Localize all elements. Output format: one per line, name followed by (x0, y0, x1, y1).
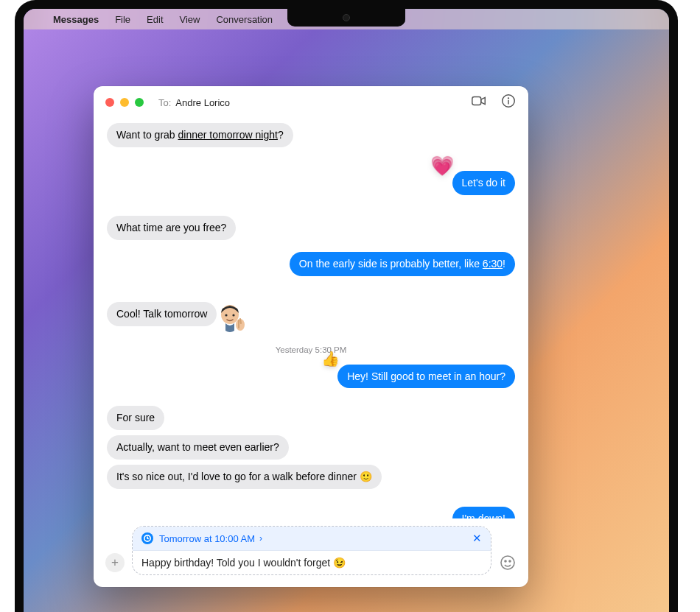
heart-tapback-icon[interactable]: 💗 (430, 155, 454, 177)
svg-point-2 (508, 98, 509, 99)
tapback-wrapper: 💗 Let's do it (452, 171, 516, 195)
minimize-button[interactable] (120, 98, 129, 107)
message-bubble[interactable]: Hey! Still good to meet in an hour? (337, 365, 515, 389)
to-recipient: Andre Lorico (175, 97, 230, 108)
to-field[interactable]: To: Andre Lorico (158, 97, 230, 108)
svg-point-10 (509, 560, 511, 562)
message-bubble[interactable]: It's so nice out, I'd love to go for a w… (107, 465, 382, 489)
info-icon[interactable] (500, 93, 517, 112)
close-button[interactable] (105, 98, 114, 107)
menu-edit[interactable]: Edit (147, 14, 163, 25)
facetime-icon[interactable] (471, 93, 487, 112)
message-bubble[interactable]: Let's do it (452, 171, 516, 195)
app-menu[interactable]: Messages (53, 14, 99, 25)
emoji-picker-icon[interactable] (499, 554, 517, 571)
timestamp: Yesterday 5:30 PM (107, 345, 515, 354)
traffic-lights (105, 98, 144, 107)
clock-icon (141, 532, 153, 544)
menu-conversation[interactable]: Conversation (216, 14, 273, 25)
laptop-frame: Messages File Edit View Conversation For… (15, 0, 678, 612)
svg-point-4 (225, 314, 228, 316)
compose-area: + Tomorrow at 10:00 AM › ✕ Happy birthda… (94, 518, 528, 587)
svg-point-9 (505, 560, 506, 562)
apps-button[interactable]: + (105, 553, 125, 572)
message-bubble[interactable]: Cool! Talk tomorrow (107, 302, 217, 326)
send-later-time: Tomorrow at 10:00 AM (159, 533, 255, 544)
memoji-sticker-icon[interactable] (214, 301, 249, 337)
message-input[interactable]: Happy birthday! Told you I wouldn't forg… (133, 551, 491, 574)
window-titlebar: To: Andre Lorico (94, 86, 528, 119)
messages-window: To: Andre Lorico Want to grab dinner tom… (94, 86, 528, 587)
chevron-right-icon: › (259, 533, 262, 544)
message-bubble[interactable]: For sure (107, 406, 164, 430)
compose-box: Tomorrow at 10:00 AM › ✕ Happy birthday!… (132, 526, 491, 575)
display-notch (287, 9, 405, 27)
message-bubble[interactable]: On the early side is probably better, li… (290, 252, 515, 276)
svg-point-5 (233, 314, 235, 316)
menu-file[interactable]: File (115, 14, 130, 25)
message-bubble[interactable]: I'm down! (452, 507, 515, 518)
zoom-button[interactable] (135, 98, 144, 107)
message-bubble[interactable]: Want to grab dinner tomorrow night? (107, 123, 293, 147)
message-bubble[interactable]: What time are you free? (107, 216, 236, 240)
tapback-wrapper: 👍 Hey! Still good to meet in an hour? (337, 365, 515, 389)
thumbsup-tapback-icon[interactable]: 👍 (321, 350, 340, 367)
message-bubble[interactable]: Actually, want to meet even earlier? (107, 435, 289, 460)
cancel-send-later-icon[interactable]: ✕ (472, 532, 482, 545)
svg-rect-0 (472, 97, 481, 105)
conversation-view[interactable]: Want to grab dinner tomorrow night? 💗 Le… (94, 119, 528, 518)
svg-point-8 (501, 556, 514, 569)
to-label: To: (158, 97, 171, 108)
send-later-pill[interactable]: Tomorrow at 10:00 AM › ✕ (133, 527, 491, 551)
menu-view[interactable]: View (180, 14, 200, 25)
